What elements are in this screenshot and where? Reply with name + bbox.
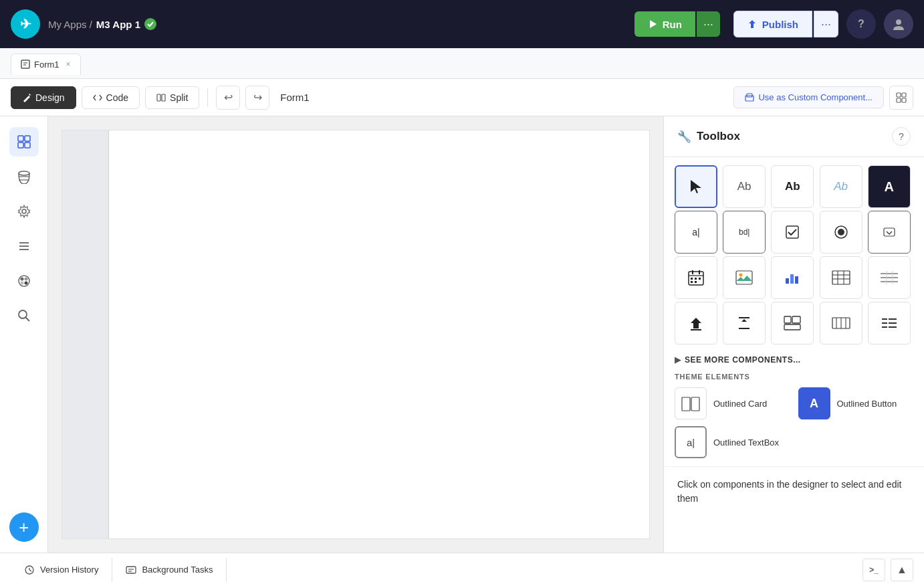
svg-point-22	[22, 209, 26, 213]
sidebar-item-theme[interactable]	[9, 266, 39, 296]
user-avatar[interactable]	[884, 9, 913, 39]
svg-rect-8	[162, 94, 165, 101]
tool-text-thin[interactable]: Ab	[820, 165, 862, 208]
grid-toggle-button[interactable]	[889, 86, 913, 110]
svg-point-1	[896, 19, 901, 25]
theme-outlined-card[interactable]: Outlined Card	[675, 387, 790, 419]
run-more-button[interactable]: ⋯	[697, 11, 720, 37]
tool-text-bold[interactable]: Ab	[771, 165, 814, 208]
svg-rect-52	[795, 276, 798, 284]
tool-checkbox[interactable]	[771, 211, 814, 254]
split-button[interactable]: Split	[145, 86, 199, 109]
publish-button-group: Publish ⋯	[733, 11, 838, 37]
tool-separator[interactable]	[723, 302, 766, 345]
svg-point-36	[838, 229, 844, 235]
svg-rect-84	[126, 567, 136, 573]
theme-items: Outlined Card A Outlined Button a| Outli…	[675, 387, 913, 458]
canvas-area[interactable]	[48, 116, 663, 553]
tab-label: Form1	[34, 60, 60, 70]
svg-marker-63	[691, 318, 701, 328]
outlined-button-icon: A	[798, 387, 830, 419]
sidebar-item-database[interactable]	[9, 162, 39, 191]
tool-form-grid[interactable]	[868, 256, 911, 299]
hint-text: Click on components in the designer to s…	[677, 478, 911, 506]
tool-input[interactable]: a|	[675, 211, 717, 254]
svg-rect-47	[736, 271, 752, 284]
toolbox-grid: Ab Ab Ab A a| bd|	[664, 157, 924, 353]
tab-bar: Form1 ×	[0, 48, 924, 79]
tool-multiline[interactable]: bd|	[723, 211, 766, 254]
outlined-card-label: Outlined Card	[713, 399, 767, 409]
svg-rect-42	[691, 278, 693, 280]
add-component-button[interactable]: +	[9, 512, 39, 542]
theme-outlined-button[interactable]: A Outlined Button	[798, 387, 914, 419]
tool-calendar[interactable]	[675, 256, 717, 299]
expand-button[interactable]: ▲	[891, 559, 913, 581]
app-logo[interactable]: ✈	[11, 9, 40, 39]
custom-component-button[interactable]: Use as Custom Component...	[733, 86, 884, 108]
toolbox-icon: 🔧	[677, 130, 691, 144]
see-more-label: SEE MORE COMPONENTS...	[685, 355, 801, 365]
top-nav: ✈ My Apps / M3 App 1 Run ⋯ Publish ⋯ ?	[0, 0, 924, 48]
svg-rect-43	[695, 278, 697, 280]
sidebar-item-components[interactable]	[9, 127, 39, 157]
form-name-label: Form1	[280, 92, 309, 103]
svg-rect-51	[790, 274, 794, 284]
tab-close-icon[interactable]: ×	[66, 60, 71, 69]
tool-image[interactable]	[723, 256, 766, 299]
run-button-group: Run ⋯	[634, 11, 720, 37]
svg-rect-81	[682, 397, 690, 411]
canvas-inner[interactable]	[62, 130, 650, 539]
svg-rect-50	[786, 278, 789, 284]
version-history-tab[interactable]: Version History	[11, 558, 112, 582]
help-button[interactable]: ?	[846, 9, 876, 39]
svg-rect-12	[902, 93, 906, 97]
svg-rect-11	[897, 93, 901, 97]
publish-button[interactable]: Publish	[733, 11, 812, 37]
toolbox-title: 🔧 Toolbox	[677, 130, 740, 144]
svg-rect-82	[691, 397, 699, 411]
tool-dropdown[interactable]	[868, 211, 911, 254]
svg-rect-17	[18, 142, 23, 148]
redo-button[interactable]: ↪	[245, 86, 269, 110]
svg-marker-66	[741, 319, 747, 322]
undo-button[interactable]: ↩	[216, 86, 240, 110]
tool-chart[interactable]	[771, 256, 814, 299]
tool-data-grid[interactable]	[820, 256, 862, 299]
terminal-button[interactable]: >_	[862, 559, 885, 581]
tool-text-label[interactable]: Ab	[723, 165, 766, 208]
tab-form1[interactable]: Form1 ×	[11, 54, 81, 75]
background-tasks-tab[interactable]: Background Tasks	[112, 558, 227, 582]
theme-outlined-textbox[interactable]: a| Outlined TextBox	[675, 426, 913, 458]
sidebar-item-search[interactable]	[9, 301, 39, 330]
outlined-button-label: Outlined Button	[837, 399, 897, 409]
svg-rect-2	[21, 60, 29, 68]
sidebar-item-list[interactable]	[9, 231, 39, 261]
svg-point-28	[24, 278, 27, 281]
svg-rect-14	[902, 98, 906, 102]
toolbox-help-button[interactable]: ?	[892, 127, 911, 146]
version-history-label: Version History	[40, 565, 98, 575]
breadcrumb: My Apps / M3 App 1	[48, 18, 156, 30]
design-button[interactable]: Design	[11, 86, 76, 109]
svg-point-19	[19, 171, 29, 175]
tool-list-view[interactable]	[868, 302, 911, 345]
tool-layout[interactable]	[771, 302, 814, 345]
toolbar: Design Code Split ↩ ↪ Form1 Use as Custo…	[0, 79, 924, 116]
tool-upload[interactable]	[675, 302, 717, 345]
svg-rect-37	[884, 228, 895, 236]
tool-radio[interactable]	[820, 211, 862, 254]
svg-point-29	[20, 282, 23, 285]
run-button[interactable]: Run	[634, 11, 695, 37]
sidebar-item-settings[interactable]	[9, 197, 39, 226]
left-sidebar: +	[0, 116, 48, 553]
svg-rect-53	[832, 271, 850, 284]
toolbox-scroll: Ab Ab Ab A a| bd|	[664, 157, 924, 553]
tool-hstack[interactable]	[820, 302, 862, 345]
theme-section-label: THEME ELEMENTS	[675, 373, 913, 381]
publish-more-button[interactable]: ⋯	[814, 11, 838, 37]
code-button[interactable]: Code	[82, 86, 140, 109]
tool-text-filled[interactable]: A	[868, 165, 911, 208]
tool-cursor[interactable]	[675, 165, 717, 208]
see-more-button[interactable]: ▶ SEE MORE COMPONENTS...	[664, 353, 924, 370]
